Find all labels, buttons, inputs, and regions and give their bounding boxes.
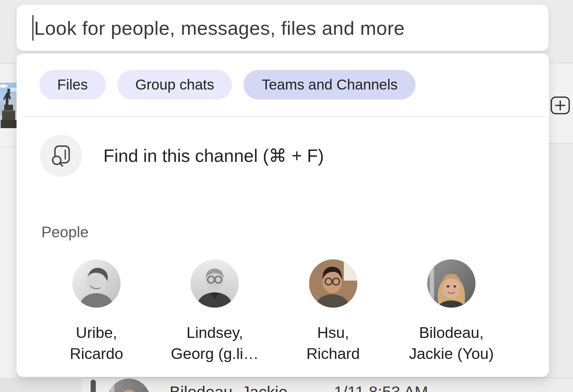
person-name: Lindsey, Georg (g.li… — [171, 322, 259, 364]
chat-sender: Bilodeau, Jackie — [170, 382, 287, 392]
unread-indicator-bar — [91, 380, 96, 392]
divider — [549, 63, 573, 63]
divider — [0, 63, 17, 64]
divider — [549, 143, 573, 144]
avatar — [309, 259, 357, 308]
person-name: Bilodeau, Jackie (You) — [409, 322, 494, 364]
chat-list-edge — [0, 378, 82, 392]
find-in-channel-label: Find in this channel (⌘ + F) — [103, 145, 324, 166]
filter-pill-files[interactable]: Files — [39, 70, 106, 100]
divider — [0, 147, 17, 148]
chat-timestamp: 1/11 8:53 AM — [334, 382, 428, 392]
divider — [21, 116, 545, 117]
people-results: Uribe, Ricardo — [38, 259, 510, 364]
find-in-channel-option[interactable]: Find in this channel (⌘ + F) — [40, 135, 324, 177]
statue-photo-thumbnail[interactable] — [0, 83, 17, 128]
avatar — [72, 259, 121, 308]
add-tab-button[interactable] — [550, 96, 570, 115]
search-input[interactable]: Look for people, messages, files and mor… — [17, 5, 549, 51]
person-result-lindsey-georg[interactable]: Lindsey, Georg (g.li… — [156, 259, 273, 364]
people-heading: People — [41, 224, 89, 241]
person-name: Hsu, Richard — [306, 322, 360, 364]
text-caret — [32, 15, 33, 41]
app-background: Bilodeau, Jackie 1/11 8:53 AM Look for p… — [0, 0, 573, 392]
person-name: Uribe, Ricardo — [70, 322, 123, 364]
person-result-hsu-richard[interactable]: Hsu, Richard — [275, 259, 392, 364]
search-placeholder: Look for people, messages, files and mor… — [34, 17, 405, 39]
person-result-uribe-ricardo[interactable]: Uribe, Ricardo — [38, 259, 155, 364]
filter-pill-group-chats[interactable]: Group chats — [117, 70, 232, 100]
avatar — [427, 259, 475, 308]
filter-pills: Files Group chats Teams and Channels — [39, 70, 416, 100]
search-suggestions-panel: Files Group chats Teams and Channels Fin… — [17, 53, 549, 377]
avatar — [191, 259, 239, 308]
person-result-bilodeau-jackie[interactable]: Bilodeau, Jackie (You) — [393, 259, 510, 364]
plus-icon — [550, 96, 570, 115]
filter-pill-teams-channels[interactable]: Teams and Channels — [244, 70, 416, 100]
statue-photo — [0, 83, 17, 128]
channel-search-icon — [40, 135, 82, 177]
